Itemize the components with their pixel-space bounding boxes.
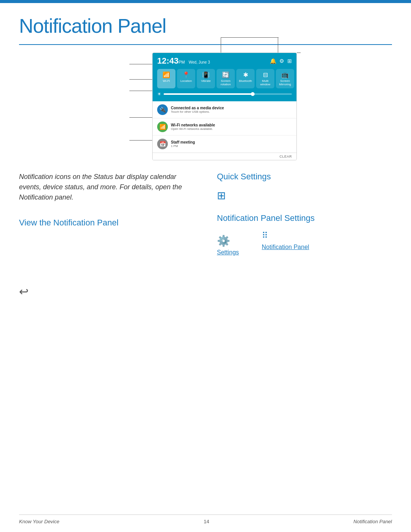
settings-gear-icon: ⚙	[279, 58, 284, 64]
ann-line-left-3	[129, 91, 152, 91]
ann-line-right	[297, 53, 301, 53]
view-notification-panel-heading: View the Notification Panel	[19, 218, 190, 228]
settings-cog-icon: ⚙️	[217, 235, 239, 247]
notification-bell-icon: 🔔	[270, 58, 276, 64]
bluetooth-icon: ✱	[243, 71, 248, 78]
usb-icon: 🔌	[157, 104, 168, 115]
settings-path: ⚙️ Settings	[217, 231, 239, 256]
notif-item-title-usb: Connected as a media device	[171, 106, 224, 110]
quick-icon-location[interactable]: 📍 Location	[177, 69, 195, 88]
notif-item-usb[interactable]: 🔌 Connected as a media device Touch for …	[153, 101, 296, 118]
quick-icon-screen-rotation[interactable]: 🔄 Screen rotation	[217, 69, 235, 88]
multi-window-icon: ⊟	[263, 71, 268, 78]
ann-line-h-top	[221, 37, 279, 38]
quick-icon-bluetooth[interactable]: ✱ Bluetooth	[236, 69, 255, 88]
screenshot-wrapper: 12:43PM Wed, June 3 🔔 ⚙ ⊞ 📶	[114, 53, 335, 160]
steps-area: ↩	[19, 285, 190, 361]
ann-line-2	[278, 37, 278, 53]
quick-icon-screen-mirroring[interactable]: 📺 Screen Mirroring	[276, 69, 294, 88]
quick-icon-wifi[interactable]: 📶 Wi-Fi	[157, 69, 175, 88]
ann-line-left-2	[129, 79, 152, 80]
notif-time: 12:43PM	[157, 56, 185, 66]
footer-right: Notification Panel	[354, 519, 392, 524]
rotation-label: Screen rotation	[220, 79, 232, 86]
page-footer: Know Your Device 14 Notification Panel	[19, 514, 392, 524]
notif-item-text-wifi: Wi-Fi networks available Open Wi-Fi netw…	[171, 123, 215, 131]
settings-link[interactable]: Settings	[217, 249, 239, 256]
notif-panel-path: ⠿ Notification Panel	[262, 231, 309, 251]
grid-icon: ⊞	[287, 58, 292, 64]
brightness-bar[interactable]	[164, 93, 292, 95]
brightness-fill	[164, 93, 253, 95]
notif-item-sub-wifi: Open Wi-Fi networks available.	[171, 127, 215, 131]
multi-window-label: Multi window	[259, 79, 271, 86]
location-label: Location	[180, 79, 192, 83]
bluetooth-label: Bluetooth	[239, 79, 252, 83]
ann-line-left-5	[129, 140, 152, 141]
notif-item-text-meeting: Staff meeting 1 PM	[171, 140, 195, 148]
clear-button[interactable]: CLEAR	[279, 155, 292, 158]
notif-item-meeting[interactable]: 📅 Staff meeting 1 PM	[153, 136, 296, 153]
notif-header-icons: 🔔 ⚙ ⊞	[270, 58, 292, 64]
quick-icon-vibrate[interactable]: 📳 Vibrate	[197, 69, 215, 88]
vibrate-label: Vibrate	[201, 79, 210, 83]
notif-item-title-wifi: Wi-Fi networks available	[171, 123, 215, 127]
notif-footer: CLEAR	[153, 153, 296, 160]
notif-panel-settings-heading: Notification Panel Settings	[217, 213, 392, 223]
quick-settings-heading: Quick Settings	[217, 172, 392, 182]
section-right: Quick Settings ⊞ Notification Panel Sett…	[209, 172, 392, 361]
top-bar	[0, 0, 411, 3]
notif-item-sub-usb: Touch for other USB options.	[171, 110, 224, 113]
quick-icon-multi-window[interactable]: ⊟ Multi window	[256, 69, 274, 88]
wifi-notif-icon: 📶	[157, 121, 168, 132]
brightness-dot	[251, 92, 255, 96]
notif-items: 🔌 Connected as a media device Touch for …	[153, 101, 296, 153]
italic-description: Notification icons on the Status bar dis…	[19, 172, 190, 203]
notif-item-wifi[interactable]: 📶 Wi-Fi networks available Open Wi-Fi ne…	[153, 118, 296, 136]
rotation-icon: 🔄	[222, 71, 229, 78]
notif-date: Wed, June 3	[189, 60, 210, 64]
notif-item-title-meeting: Staff meeting	[171, 140, 195, 144]
bottom-content: Notification icons on the Status bar dis…	[0, 164, 411, 369]
ann-line-left-4	[129, 117, 152, 118]
ann-line-left-1	[129, 64, 152, 64]
screen-mirroring-icon: 📺	[281, 71, 289, 78]
back-arrow-icon: ↩	[19, 285, 190, 298]
calendar-icon: 📅	[157, 139, 168, 149]
quick-settings-grid-icon: ⊞	[217, 190, 226, 201]
notif-item-sub-meeting: 1 PM	[171, 144, 195, 148]
notification-panel-link[interactable]: Notification Panel	[262, 244, 309, 250]
notif-header: 12:43PM Wed, June 3 🔔 ⚙ ⊞	[157, 56, 292, 66]
notif-item-text-usb: Connected as a media device Touch for ot…	[171, 106, 224, 113]
location-icon: 📍	[182, 71, 190, 78]
apps-grid-icon: ⠿	[262, 231, 309, 241]
ann-line-1	[221, 37, 221, 53]
screen-mirroring-label: Screen Mirroring	[279, 79, 291, 86]
wifi-icon: 📶	[162, 71, 170, 78]
section-left: Notification icons on the Status bar dis…	[19, 172, 202, 361]
footer-left: Know Your Device	[19, 519, 59, 524]
page-title: Notification Panel	[19, 14, 392, 37]
notif-panel: 12:43PM Wed, June 3 🔔 ⚙ ⊞ 📶	[153, 53, 296, 101]
brightness-row: ☀	[157, 91, 292, 97]
footer-page-number: 14	[204, 519, 209, 524]
wifi-label: Wi-Fi	[163, 79, 170, 83]
vibrate-icon: 📳	[202, 71, 210, 78]
screenshot-container: 12:43PM Wed, June 3 🔔 ⚙ ⊞ 📶	[0, 45, 411, 164]
phone-screenshot: 12:43PM Wed, June 3 🔔 ⚙ ⊞ 📶	[152, 53, 297, 160]
quick-icons-row: 📶 Wi-Fi 📍 Location 📳 Vibrate 🔄	[157, 69, 292, 88]
brightness-icon: ☀	[157, 91, 161, 97]
